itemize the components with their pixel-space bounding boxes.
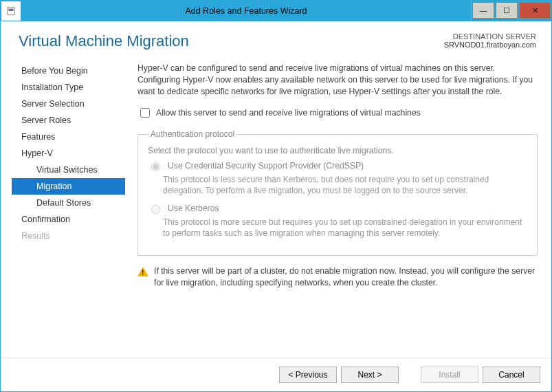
credssp-desc: This protocol is less secure than Kerber… [163, 174, 527, 196]
warning-text: If this server will be part of a cluster… [154, 265, 538, 289]
maximize-button[interactable]: ☐ [496, 2, 518, 19]
close-button[interactable]: ✕ [519, 2, 551, 19]
nav-item-server-selection[interactable]: Server Selection [12, 96, 125, 112]
install-button[interactable]: Install [421, 367, 478, 383]
kerberos-radio-row[interactable]: Use Kerberos [148, 204, 527, 214]
window-title: Add Roles and Features Wizard [21, 6, 471, 16]
nav-item-default-stores[interactable]: Default Stores [12, 195, 125, 211]
nav-sidebar: Before You BeginInstallation TypeServer … [12, 63, 125, 358]
nav-item-before-you-begin[interactable]: Before You Begin [12, 63, 125, 79]
nav-item-virtual-switches[interactable]: Virtual Switches [12, 162, 125, 178]
auth-protocol-desc: Select the protocol you want to use to a… [148, 146, 527, 155]
content-area: Virtual Machine Migration DESTINATION SE… [1, 21, 551, 358]
nav-item-installation-type[interactable]: Installation Type [12, 79, 125, 96]
credssp-label: Use Credential Security Support Provider… [168, 161, 364, 171]
minimize-button[interactable]: — [472, 2, 494, 19]
page-title: Virtual Machine Migration [12, 32, 189, 50]
titlebar: Add Roles and Features Wizard — ☐ ✕ [1, 1, 551, 21]
nav-item-features[interactable]: Features [12, 129, 125, 145]
auth-protocol-legend: Authentication protocol [148, 129, 237, 139]
next-button[interactable]: Next > [341, 367, 399, 383]
kerberos-radio[interactable] [151, 205, 160, 214]
auth-protocol-fieldset: Authentication protocol Select the proto… [137, 129, 538, 256]
nav-item-hyper-v[interactable]: Hyper-V [12, 145, 125, 162]
nav-item-server-roles[interactable]: Server Roles [12, 112, 125, 129]
page-header: Virtual Machine Migration DESTINATION SE… [12, 32, 540, 50]
previous-button[interactable]: < Previous [279, 367, 337, 383]
window-buttons: — ☐ ✕ [471, 1, 551, 21]
intro-text: Hyper-V can be configured to send and re… [137, 63, 538, 98]
nav-item-results: Results [12, 228, 125, 244]
destination-label: DESTINATION SERVER [444, 32, 536, 41]
wizard-window: Add Roles and Features Wizard — ☐ ✕ Virt… [0, 0, 552, 392]
allow-migration-checkbox-row[interactable]: Allow this server to send and receive li… [137, 106, 538, 120]
destination-block: DESTINATION SERVER SRVNOD01.firatboyan.c… [444, 32, 540, 49]
credssp-radio[interactable] [151, 162, 160, 171]
kerberos-label: Use Kerberos [168, 204, 219, 213]
warning-row: If this server will be part of a cluster… [137, 265, 538, 289]
app-icon [1, 1, 21, 21]
kerberos-desc: This protocol is more secure but require… [163, 217, 527, 239]
svg-rect-1 [9, 9, 14, 12]
footer: < Previous Next > Install Cancel [1, 358, 551, 391]
body: Before You BeginInstallation TypeServer … [12, 63, 540, 358]
nav-item-confirmation[interactable]: Confirmation [12, 211, 125, 228]
credssp-radio-row[interactable]: Use Credential Security Support Provider… [148, 161, 527, 171]
cancel-button[interactable]: Cancel [483, 367, 540, 383]
allow-migration-checkbox[interactable] [140, 108, 150, 118]
warning-icon [137, 267, 148, 276]
nav-item-migration[interactable]: Migration [12, 178, 125, 195]
allow-migration-label: Allow this server to send and receive li… [156, 108, 421, 118]
main-panel: Hyper-V can be configured to send and re… [137, 63, 540, 358]
destination-value: SRVNOD01.firatboyan.com [444, 41, 536, 49]
